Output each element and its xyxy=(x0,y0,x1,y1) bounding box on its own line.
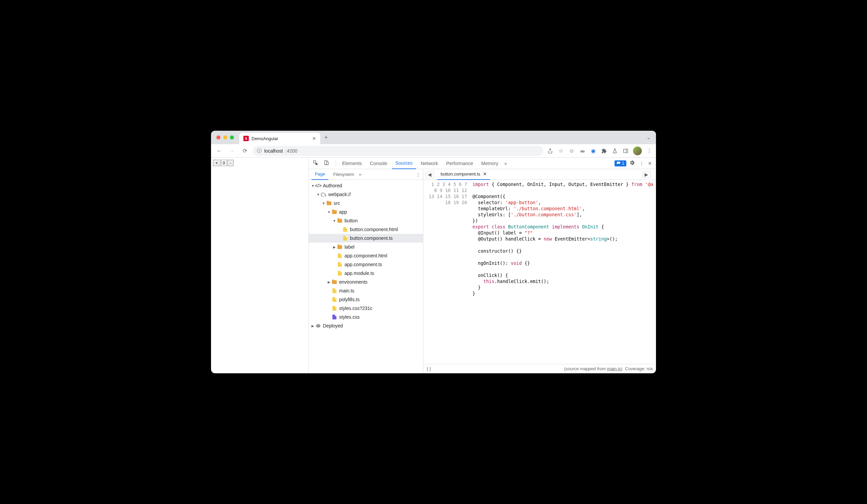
extension-incognito-icon[interactable] xyxy=(579,147,586,154)
file-icon xyxy=(332,314,337,320)
tree-environments[interactable]: ▶environments xyxy=(309,277,423,286)
folder-icon xyxy=(337,218,342,223)
issues-badge[interactable]: 1 xyxy=(614,160,626,166)
more-nav-tabs-icon[interactable]: » xyxy=(359,172,361,177)
code-area[interactable]: 1 2 3 4 5 6 7 8 9 10 11 12 13 14 15 16 1… xyxy=(424,180,656,364)
tree-main-ts[interactable]: ▶main.ts xyxy=(309,286,423,295)
devtools-menu-icon[interactable]: ⋮ xyxy=(638,161,645,166)
bookmark-icon[interactable]: ☆ xyxy=(558,147,564,154)
code-text[interactable]: import { Component, OnInit, Input, Outpu… xyxy=(470,180,656,364)
tree-app-ts[interactable]: ▶app.component.ts xyxy=(309,260,423,269)
device-toolbar-icon[interactable] xyxy=(322,160,330,166)
reload-button[interactable]: ⟳ xyxy=(240,146,249,156)
tree-app[interactable]: ▼app xyxy=(309,208,423,216)
main-area: + 0 - Elements Console So xyxy=(211,158,656,373)
share-icon[interactable] xyxy=(547,147,554,154)
new-tab-button[interactable]: + xyxy=(324,134,328,141)
file-icon xyxy=(342,235,348,241)
browser-tab[interactable]: A DemoAngular ✕ xyxy=(239,133,320,144)
tab-overflow-button[interactable]: ⌄ xyxy=(646,135,651,140)
address-bar: ← → ⟳ ⓘ localhost:4200 ☆ ☺ ◉ xyxy=(211,144,656,158)
tree-button-folder[interactable]: ▼button xyxy=(309,216,423,225)
counter-controls: + 0 - xyxy=(213,160,307,166)
svg-point-0 xyxy=(581,151,582,152)
panel-sources[interactable]: Sources xyxy=(392,158,416,169)
panel-performance[interactable]: Performance xyxy=(442,158,476,169)
file-icon xyxy=(342,227,348,232)
source-map-info: (source mapped from main.js) xyxy=(564,366,623,371)
profile-avatar[interactable] xyxy=(633,146,642,155)
navigator-menu-icon[interactable]: ⋮ xyxy=(416,172,420,177)
url-input[interactable]: ⓘ localhost:4200 xyxy=(253,146,543,156)
tree-src[interactable]: ▼src xyxy=(309,199,423,208)
url-port: :4200 xyxy=(286,148,297,154)
devtools: Elements Console Sources Network Perform… xyxy=(309,158,656,373)
devtools-body: Page Filesystem » ⋮ ▼</>Authored ▼webpac… xyxy=(309,169,656,373)
tree-styles[interactable]: ▶styles.css xyxy=(309,313,423,321)
tree-app-html[interactable]: ▶app.component.html xyxy=(309,251,423,260)
window-controls xyxy=(216,135,234,140)
svg-rect-2 xyxy=(624,149,628,153)
file-tree: ▼</>Authored ▼webpack:// ▼src ▼app ▼butt… xyxy=(309,180,423,373)
side-panel-icon[interactable] xyxy=(622,147,629,154)
forward-button[interactable]: → xyxy=(227,146,237,156)
close-window-button[interactable] xyxy=(216,135,221,140)
navigator-tabs: Page Filesystem » ⋮ xyxy=(309,169,423,180)
file-icon xyxy=(337,262,342,267)
tree-button-ts[interactable]: ▶button.component.ts xyxy=(309,234,423,243)
extensions-puzzle-icon[interactable] xyxy=(601,147,608,154)
editor-tabs: ◀ button.component.ts ✕ ▶ xyxy=(424,169,656,180)
tab-title: DemoAngular xyxy=(251,136,309,141)
pretty-print-icon[interactable]: { } xyxy=(427,366,431,371)
browser-menu-button[interactable]: ⋮ xyxy=(646,147,653,154)
folder-icon xyxy=(337,244,342,250)
tree-app-module[interactable]: ▶app.module.ts xyxy=(309,269,423,277)
panel-console[interactable]: Console xyxy=(366,158,390,169)
tree-webpack[interactable]: ▼webpack:// xyxy=(309,190,423,199)
inspect-element-icon[interactable] xyxy=(311,160,320,166)
tree-polyfills[interactable]: ▶polyfills.ts xyxy=(309,295,423,304)
angular-icon: A xyxy=(243,136,249,141)
panel-network[interactable]: Network xyxy=(417,158,441,169)
nav-page-tab[interactable]: Page xyxy=(311,169,328,180)
nav-filesystem-tab[interactable]: Filesystem xyxy=(330,169,357,180)
toggle-navigator-icon[interactable]: ◀ xyxy=(425,172,434,177)
settings-icon[interactable] xyxy=(628,160,636,167)
minimize-window-button[interactable] xyxy=(223,135,227,140)
close-file-icon[interactable]: ✕ xyxy=(483,172,487,176)
tree-button-html[interactable]: ▶button.component.html xyxy=(309,225,423,234)
code-editor: ◀ button.component.ts ✕ ▶ 1 2 3 4 5 6 7 … xyxy=(424,169,656,373)
file-icon xyxy=(332,306,337,311)
increment-button[interactable]: + xyxy=(213,160,221,166)
panel-elements[interactable]: Elements xyxy=(339,158,365,169)
extension-flask-icon[interactable] xyxy=(611,147,618,154)
code-icon: </> xyxy=(315,183,321,188)
maximize-window-button[interactable] xyxy=(230,135,234,140)
folder-icon xyxy=(332,279,337,285)
back-button[interactable]: ← xyxy=(214,146,224,156)
toggle-debugger-icon[interactable]: ▶ xyxy=(642,172,651,177)
titlebar: A DemoAngular ✕ + ⌄ xyxy=(211,131,656,144)
source-map-link[interactable]: main.js xyxy=(607,366,621,371)
tree-authored[interactable]: ▼</>Authored xyxy=(309,181,423,190)
extension-globe-icon[interactable]: ◉ xyxy=(590,147,597,154)
file-icon xyxy=(337,271,342,276)
more-panels-icon[interactable]: » xyxy=(503,161,509,166)
line-numbers: 1 2 3 4 5 6 7 8 9 10 11 12 13 14 15 16 1… xyxy=(424,180,470,364)
extension-face-icon[interactable]: ☺ xyxy=(568,147,575,154)
file-icon xyxy=(337,253,342,259)
panel-memory[interactable]: Memory xyxy=(478,158,502,169)
counter-value: 0 xyxy=(221,160,227,166)
folder-icon xyxy=(332,209,337,215)
tree-label-folder[interactable]: ▶label xyxy=(309,243,423,251)
close-devtools-icon[interactable]: ✕ xyxy=(646,161,653,166)
site-info-icon[interactable]: ⓘ xyxy=(257,148,261,154)
url-host: localhost xyxy=(264,148,283,154)
svg-point-1 xyxy=(583,151,585,152)
tree-styles-q[interactable]: ▶styles.css?231c xyxy=(309,304,423,313)
devtools-tabs: Elements Console Sources Network Perform… xyxy=(309,158,656,169)
close-tab-button[interactable]: ✕ xyxy=(312,136,316,141)
editor-tab-active[interactable]: button.component.ts ✕ xyxy=(437,169,490,180)
tree-deployed[interactable]: ▶Deployed xyxy=(309,321,423,330)
decrement-button[interactable]: - xyxy=(227,160,234,166)
